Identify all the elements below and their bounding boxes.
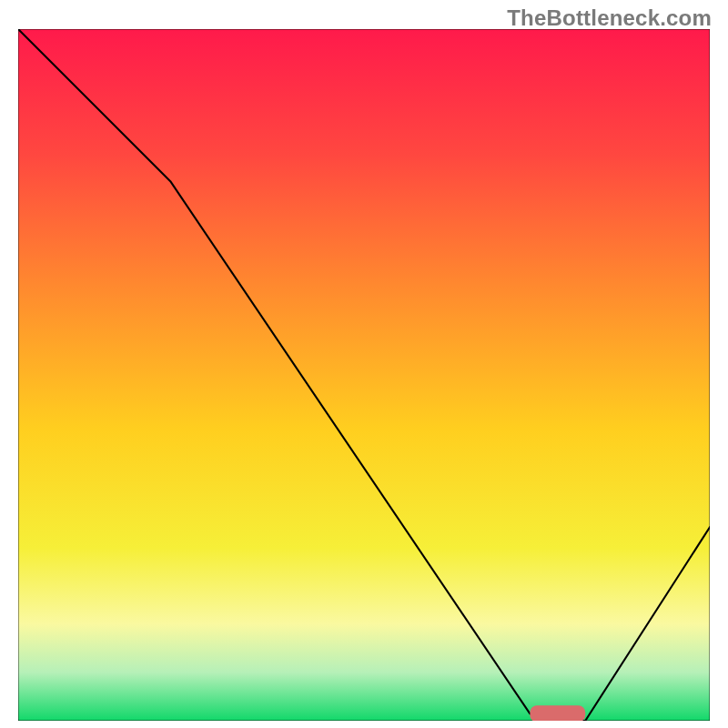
chart-svg — [18, 29, 710, 721]
watermark-text: TheBottleneck.com — [507, 5, 712, 31]
plot-area — [18, 29, 710, 721]
chart-frame: TheBottleneck.com — [0, 0, 728, 728]
minimum-marker — [530, 705, 585, 721]
